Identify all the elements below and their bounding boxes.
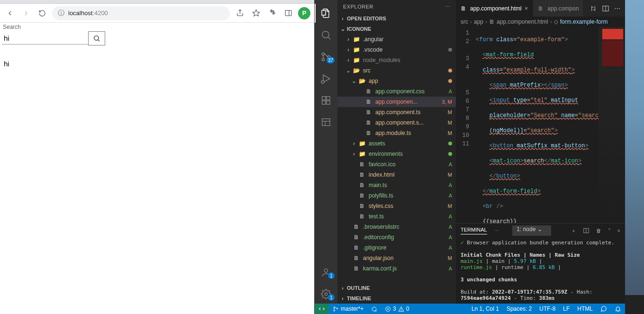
terminal-trash-icon[interactable]: 🗑 [596, 228, 601, 233]
terminal-more-icon[interactable]: ⋯ [494, 228, 499, 234]
status-eol[interactable]: LF [559, 305, 573, 312]
tab-app-componen[interactable]: 🗎app.compon [533, 0, 584, 17]
file-app-module[interactable]: 🗎app.module.tsM [337, 128, 456, 138]
file-app-html[interactable]: 🗎app.componen...3, M [337, 97, 456, 107]
activity-search[interactable] [315, 26, 337, 45]
terminal-new-icon[interactable]: ＋ [571, 227, 576, 234]
file-styles[interactable]: 🗎styles.cssM [337, 201, 456, 211]
search-input[interactable] [2, 32, 88, 45]
status-remote[interactable] [315, 304, 329, 314]
terminal-tab[interactable]: TERMINAL [461, 227, 487, 234]
terminal-close-icon[interactable]: × [617, 228, 620, 233]
folder-angular[interactable]: ›📁.angular [337, 34, 456, 45]
svg-rect-18 [322, 119, 330, 126]
breadcrumb[interactable]: src› app› 🗎app.component.html› ◇form.exa… [456, 17, 625, 27]
activity-explorer[interactable] [315, 4, 337, 23]
search-button[interactable] [88, 31, 105, 45]
svg-rect-14 [322, 97, 326, 100]
editor-area: 🗎app.component.html× 🗎app.compon ⋯ src› … [456, 0, 625, 304]
terminal-maximize-icon[interactable]: ˄ [608, 228, 611, 234]
file-app-spec[interactable]: 🗎app.component.s...M [337, 117, 456, 128]
close-icon[interactable]: × [525, 5, 528, 12]
outline-section[interactable]: ›OUTLINE [337, 283, 456, 293]
code-content[interactable]: <form class="example-form"> <mat-form-fi… [474, 27, 625, 223]
tab-app-html[interactable]: 🗎app.component.html× [456, 0, 533, 17]
project-section[interactable]: ⌄ICONONE [337, 24, 456, 34]
status-problems[interactable]: 3 0 [381, 305, 413, 312]
status-feedback-icon[interactable] [597, 305, 611, 312]
svg-line-5 [98, 40, 100, 41]
folder-environments[interactable]: ›📁environments [337, 149, 456, 159]
file-app-ts[interactable]: 🗎app.component.tsM [337, 107, 456, 117]
share-icon[interactable] [234, 7, 246, 19]
svg-point-29 [336, 308, 338, 309]
minimap[interactable] [599, 27, 625, 223]
file-karma[interactable]: 🗎karma.conf.jsA [337, 263, 456, 274]
scm-badge: 37 [327, 57, 335, 63]
terminal-select[interactable]: 1: node ⌄ [512, 225, 551, 236]
status-cursor[interactable]: Ln 1, Col 1 [468, 305, 503, 312]
activity-account[interactable]: 1 [315, 263, 337, 282]
address-bar[interactable]: ⓘ localhost:4200 [52, 6, 230, 20]
terminal-split-icon[interactable] [583, 227, 590, 234]
status-branch[interactable]: master*+ [329, 305, 367, 312]
file-angular-json[interactable]: 🗎angular.jsonM [337, 253, 456, 263]
terminal-body[interactable]: ✓ ✓ Browser application bundle generatio… [456, 238, 625, 304]
status-bar: master*+ 3 0 Ln 1, Col 1 Spaces: 2 UTF-8… [315, 304, 625, 314]
activity-debug[interactable] [315, 69, 337, 88]
file-index[interactable]: 🗎index.htmlM [337, 170, 456, 180]
explorer-more-icon[interactable]: ⋯ [445, 4, 451, 10]
compare-icon[interactable] [590, 5, 597, 12]
split-icon[interactable] [602, 5, 609, 12]
svg-point-13 [321, 81, 324, 83]
forward-button[interactable] [20, 7, 32, 19]
file-main-ts[interactable]: 🗎main.tsA [337, 180, 456, 190]
windows-taskbar[interactable] [625, 295, 644, 314]
folder-src[interactable]: ⌄📂src [337, 65, 456, 76]
gutter: 1 2 3 4 5 6 7 8 9 10 11 [456, 27, 474, 223]
explorer-sidebar: EXPLORER ⋯ ›OPEN EDITORS ⌄ICONONE ›📁.ang… [337, 0, 456, 304]
activity-layout[interactable] [315, 113, 337, 132]
code-editor[interactable]: 1 2 3 4 5 6 7 8 9 10 11 <form class="exa… [456, 27, 625, 223]
file-polyfills[interactable]: 🗎polyfills.tsA [337, 190, 456, 201]
profile-avatar[interactable]: P [298, 7, 310, 19]
browser-window: ⓘ localhost:4200 P Search hi [0, 0, 315, 314]
bookmark-icon[interactable] [250, 7, 262, 19]
reload-button[interactable] [36, 7, 48, 19]
terminal-panel: TERMINAL ⋯ 1: node ⌄ ＋ 🗑 ˄ × ✓ ✓ Browser… [456, 223, 625, 304]
activity-settings[interactable]: 1 [315, 285, 337, 304]
search-output: hi [4, 60, 312, 68]
folder-vscode[interactable]: ›📁.vscode [337, 45, 456, 55]
status-spaces[interactable]: Spaces: 2 [503, 305, 535, 312]
folder-assets[interactable]: ›📁assets [337, 138, 456, 149]
status-sync[interactable] [367, 306, 381, 312]
status-bell-icon[interactable] [611, 305, 625, 312]
file-app-css[interactable]: 🗎app.component.cssA [337, 86, 456, 97]
activity-scm[interactable]: 37 [315, 47, 337, 66]
file-gitignore[interactable]: 🗎.gitignoreA [337, 242, 456, 253]
back-button[interactable] [4, 7, 16, 19]
timeline-section[interactable]: ›TIMELINE [337, 293, 456, 304]
tab-more-icon[interactable]: ⋯ [614, 5, 620, 12]
site-info-icon[interactable]: ⓘ [58, 9, 64, 18]
svg-point-9 [322, 53, 325, 55]
file-favicon[interactable]: 🗎favicon.icoA [337, 159, 456, 170]
file-editorconfig[interactable]: 🗎.editorconfigA [337, 232, 456, 242]
activity-extensions[interactable] [315, 91, 337, 110]
svg-point-4 [94, 36, 99, 40]
open-editors-section[interactable]: ›OPEN EDITORS [337, 13, 456, 24]
folder-app[interactable]: ⌄📂app [337, 76, 456, 86]
svg-marker-1 [253, 9, 259, 16]
status-lang[interactable]: HTML [573, 305, 597, 312]
folder-node-modules[interactable]: ›📁node_modules [337, 55, 456, 65]
url-host: localhost [68, 9, 92, 17]
extensions-icon[interactable] [266, 7, 278, 19]
account-badge: 1 [328, 272, 335, 279]
file-test-ts[interactable]: 🗎test.tsA [337, 211, 456, 222]
browser-tabstrip [0, 0, 314, 4]
url-port: :4200 [92, 9, 108, 17]
svg-point-22 [325, 293, 327, 296]
file-browserslistrc[interactable]: 🗎.browserslistrcA [337, 222, 456, 232]
status-encoding[interactable]: UTF-8 [535, 305, 559, 312]
sidepanel-icon[interactable] [282, 7, 294, 19]
